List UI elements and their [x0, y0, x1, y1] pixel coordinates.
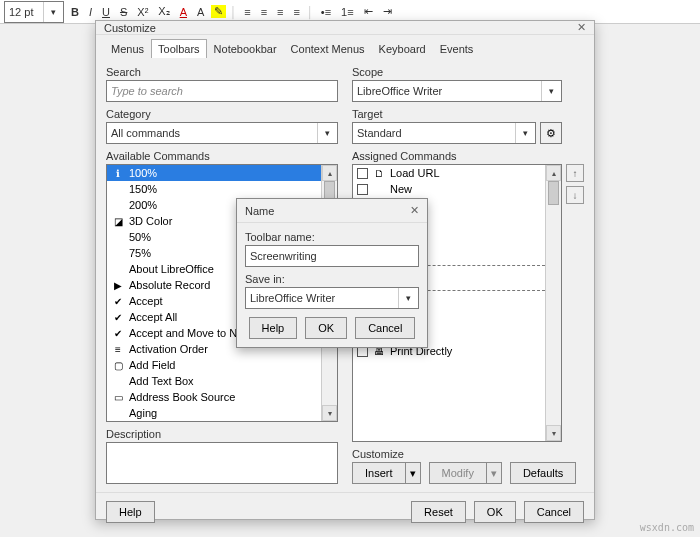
- search-label: Search: [106, 66, 338, 78]
- customize-label: Customize: [352, 448, 562, 460]
- assigned-command-row[interactable]: New: [353, 181, 545, 197]
- search-input[interactable]: [106, 80, 338, 102]
- command-label: New: [390, 183, 412, 195]
- chevron-down-icon: ▾: [515, 123, 531, 143]
- checkbox-icon[interactable]: [357, 168, 368, 179]
- command-label: Load URL: [390, 167, 440, 179]
- command-label: Activation Order: [129, 343, 208, 355]
- chevron-down-icon: ▾: [398, 288, 414, 308]
- align-right-icon[interactable]: ≡: [274, 6, 286, 18]
- command-icon: ✔: [111, 296, 125, 307]
- name-ok-button[interactable]: OK: [305, 317, 347, 339]
- scroll-up-icon[interactable]: ▴: [322, 165, 337, 181]
- assigned-scrollbar[interactable]: ▴ ▾: [545, 165, 561, 441]
- gear-icon[interactable]: ⚙: [540, 122, 562, 144]
- scroll-down-icon[interactable]: ▾: [546, 425, 561, 441]
- insert-button[interactable]: Insert ▾: [352, 462, 421, 484]
- command-icon: ▭: [111, 392, 125, 403]
- list-bullet-icon[interactable]: •≡: [318, 6, 334, 18]
- insert-button-main[interactable]: Insert: [352, 462, 405, 484]
- cancel-button[interactable]: Cancel: [524, 501, 584, 523]
- list-number-icon[interactable]: 1≡: [338, 6, 357, 18]
- ok-button[interactable]: OK: [474, 501, 516, 523]
- command-label: 3D Color: [129, 215, 172, 227]
- highlight-button[interactable]: A: [194, 6, 207, 18]
- scroll-up-icon[interactable]: ▴: [546, 165, 561, 181]
- target-select[interactable]: Standard ▾: [352, 122, 536, 144]
- modify-button[interactable]: Modify ▾: [429, 462, 502, 484]
- align-justify-icon[interactable]: ≡: [290, 6, 302, 18]
- highlight2-button[interactable]: ✎: [211, 5, 226, 18]
- scroll-thumb[interactable]: [548, 181, 559, 205]
- command-icon: ≡: [111, 344, 125, 355]
- command-label: 200%: [129, 199, 157, 211]
- bold-button[interactable]: B: [68, 6, 82, 18]
- scroll-down-icon[interactable]: ▾: [322, 405, 337, 421]
- available-command-row[interactable]: Add Text Box: [107, 373, 321, 389]
- save-in-select[interactable]: LibreOffice Writer ▾: [245, 287, 419, 309]
- command-label: 75%: [129, 247, 151, 259]
- indent-inc-icon[interactable]: ⇥: [380, 5, 395, 18]
- toolbar-name-label: Toolbar name:: [245, 231, 419, 243]
- font-color-button[interactable]: A: [177, 6, 190, 18]
- close-icon[interactable]: ✕: [410, 204, 419, 217]
- description-box: [106, 442, 338, 484]
- superscript-button[interactable]: X²: [134, 6, 151, 18]
- name-dialog-titlebar: Name ✕: [237, 199, 427, 223]
- command-label: 50%: [129, 231, 151, 243]
- strike-button[interactable]: S: [117, 6, 130, 18]
- name-cancel-button[interactable]: Cancel: [355, 317, 415, 339]
- checkbox-icon[interactable]: [357, 184, 368, 195]
- assigned-command-row[interactable]: 🗋Load URL: [353, 165, 545, 181]
- font-size-value: 12 pt: [9, 6, 33, 18]
- command-label: Absolute Record: [129, 279, 210, 291]
- command-icon: ▶: [111, 280, 125, 291]
- available-command-row[interactable]: ▢Add Field: [107, 357, 321, 373]
- tab-keyboard[interactable]: Keyboard: [372, 39, 433, 58]
- font-size-select[interactable]: 12 pt ▾: [4, 1, 64, 23]
- command-label: Aging: [129, 407, 157, 419]
- available-commands-label: Available Commands: [106, 150, 338, 162]
- toolbar-name-input[interactable]: [245, 245, 419, 267]
- command-icon: 🗋: [372, 168, 386, 179]
- name-help-button[interactable]: Help: [249, 317, 298, 339]
- modify-button-drop[interactable]: ▾: [486, 462, 502, 484]
- move-down-icon[interactable]: ↓: [566, 186, 584, 204]
- insert-button-drop[interactable]: ▾: [405, 462, 421, 484]
- reset-button[interactable]: Reset: [411, 501, 466, 523]
- help-button[interactable]: Help: [106, 501, 155, 523]
- tab-menus[interactable]: Menus: [104, 39, 151, 58]
- description-label: Description: [106, 428, 338, 440]
- command-label: Add Text Box: [129, 375, 194, 387]
- modify-button-main[interactable]: Modify: [429, 462, 486, 484]
- command-icon: ◪: [111, 216, 125, 227]
- available-command-row[interactable]: ℹ100%: [107, 165, 321, 181]
- tab-context-menus[interactable]: Context Menus: [284, 39, 372, 58]
- indent-dec-icon[interactable]: ⇤: [361, 5, 376, 18]
- command-icon: ▢: [111, 360, 125, 371]
- tab-toolbars[interactable]: Toolbars: [151, 39, 207, 58]
- target-label: Target: [352, 108, 562, 120]
- close-icon[interactable]: ✕: [577, 21, 586, 34]
- scope-select[interactable]: LibreOffice Writer ▾: [352, 80, 562, 102]
- name-dialog-title: Name: [245, 205, 274, 217]
- name-dialog: Name ✕ Toolbar name: Save in: LibreOffic…: [236, 198, 428, 348]
- customize-title: Customize: [104, 22, 156, 34]
- available-command-row[interactable]: 150%: [107, 181, 321, 197]
- italic-button[interactable]: I: [86, 6, 95, 18]
- underline-button[interactable]: U: [99, 6, 113, 18]
- align-left-icon[interactable]: ≡: [241, 6, 253, 18]
- available-command-row[interactable]: Aging: [107, 405, 321, 421]
- scope-label: Scope: [352, 66, 562, 78]
- move-up-icon[interactable]: ↑: [566, 164, 584, 182]
- command-label: Accept: [129, 295, 163, 307]
- customize-tabs: Menus Toolbars Notebookbar Context Menus…: [96, 35, 594, 58]
- align-center-icon[interactable]: ≡: [258, 6, 270, 18]
- tab-notebookbar[interactable]: Notebookbar: [207, 39, 284, 58]
- tab-events[interactable]: Events: [433, 39, 481, 58]
- subscript-button[interactable]: X₂: [155, 5, 172, 18]
- chevron-down-icon: ▾: [317, 123, 333, 143]
- category-select[interactable]: All commands ▾: [106, 122, 338, 144]
- available-command-row[interactable]: ▭Address Book Source: [107, 389, 321, 405]
- command-icon: ✔: [111, 312, 125, 323]
